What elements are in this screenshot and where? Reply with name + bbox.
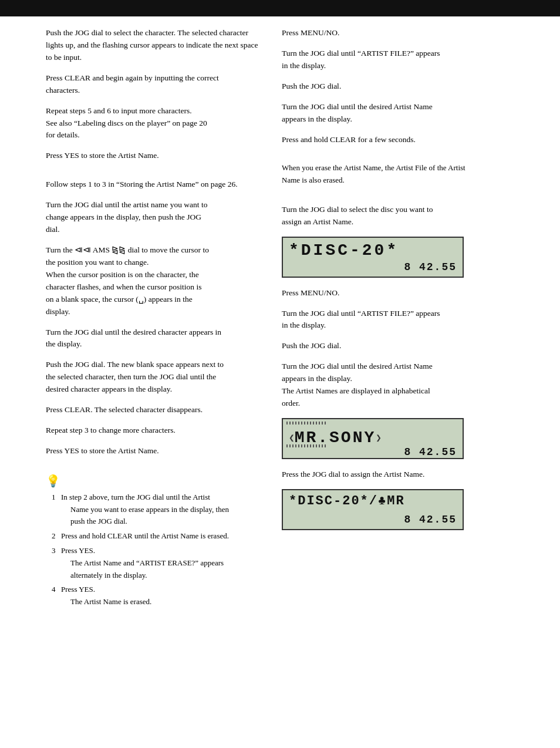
disc20-display: *DISC-20* 8 42.55 xyxy=(282,237,464,278)
left-section2-para2: Turn the JOG dial until the artist name … xyxy=(46,199,258,236)
disc20mr-time: 8 42.55 xyxy=(289,514,457,525)
disc20mr-display: *DISC-20*/♣MR 8 42.55 xyxy=(282,489,464,530)
right-note: When you erase the Artist Name, the Arti… xyxy=(282,162,537,186)
tip-item-2: 2 Press and hold CLEAR until the Artist … xyxy=(52,530,258,543)
tip-item-3: 3 Press YES. The Artist Name and “ARTIST… xyxy=(52,545,258,581)
disc20-text: *DISC-20* xyxy=(289,242,457,259)
right-section2-para2: Press MENU/NO. xyxy=(282,287,537,299)
tip-item-1: 1 In step 2 above, turn the JOG dial unt… xyxy=(52,491,258,528)
right-section2-para4: Push the JOG dial. xyxy=(282,340,537,352)
mrsony-display: ❮ MR.SONY ❯ 8 42.55 xyxy=(282,418,464,459)
left-section2-para4: Turn the JOG dial until the desired char… xyxy=(46,326,258,351)
left-column: Push the JOG dial to select the characte… xyxy=(0,27,270,611)
right-section2-para6: Press the JOG dial to assign the Artist … xyxy=(282,469,537,481)
mrsony-text: MR.SONY xyxy=(295,430,376,446)
right-section2-para3: Turn the JOG dial until “ARTIST FILE?” a… xyxy=(282,308,537,332)
right-para-2: Turn the JOG dial until “ARTIST FILE?” a… xyxy=(282,48,537,72)
left-para-2: Press CLEAR and begin again by inputting… xyxy=(46,72,258,97)
left-section2-para3: Turn the ⧏⧏ AMS ⧎⧎ dial to move the curs… xyxy=(46,244,258,318)
tip-item-4: 4 Press YES. The Artist Name is erased. xyxy=(52,584,258,608)
right-column: Press MENU/NO. Turn the JOG dial until “… xyxy=(270,27,560,611)
right-section2-para1: Turn the JOG dial to select the disc you… xyxy=(282,204,537,228)
disc20mr-text: *DISC-20*/♣MR xyxy=(289,495,457,508)
left-section2-para7: Repeat step 3 to change more characters. xyxy=(46,424,258,437)
right-para-5: Press and hold CLEAR for a few seconds. xyxy=(282,134,537,146)
left-section2-para6: Press CLEAR. The selected character disa… xyxy=(46,404,258,416)
tip-list: 1 In step 2 above, turn the JOG dial unt… xyxy=(46,491,258,608)
left-para-1: Push the JOG dial to select the characte… xyxy=(46,27,258,64)
left-section2-para5: Push the JOG dial. The new blank space a… xyxy=(46,359,258,396)
right-para-1: Press MENU/NO. xyxy=(282,27,537,39)
top-bar xyxy=(0,0,560,16)
left-para-4: Press YES to store the Artist Name. xyxy=(46,150,258,162)
right-section2-para5: Turn the JOG dial until the desired Arti… xyxy=(282,360,537,410)
tip-icon: 💡 xyxy=(46,474,258,488)
right-para-4: Turn the JOG dial until the desired Arti… xyxy=(282,101,537,126)
left-para-3: Repeat steps 5 and 6 to input more chara… xyxy=(46,105,258,142)
left-section2-para8: Press YES to store the Artist Name. xyxy=(46,445,258,457)
disc20-time: 8 42.55 xyxy=(289,261,457,273)
mrsony-time: 8 42.55 xyxy=(289,446,457,458)
left-section2-para1: Follow steps 1 to 3 in “Storing the Arti… xyxy=(46,178,258,191)
right-para-3: Push the JOG dial. xyxy=(282,80,537,93)
